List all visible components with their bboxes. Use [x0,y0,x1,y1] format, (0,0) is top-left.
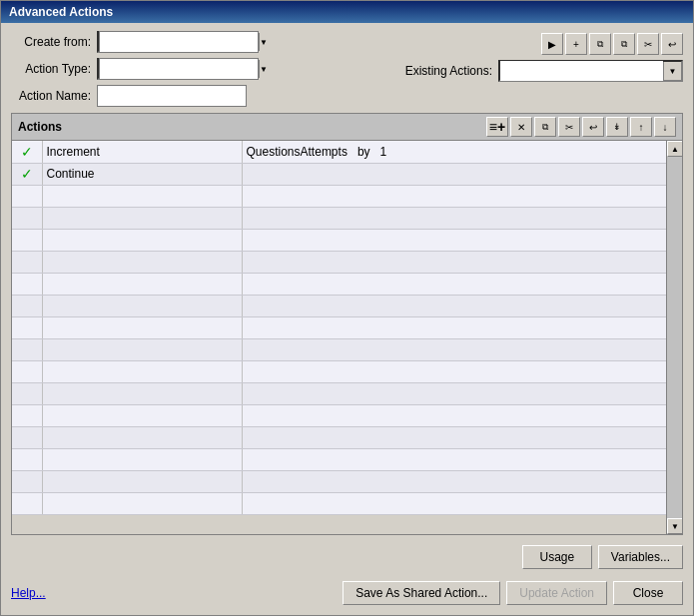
table-row[interactable] [12,382,666,404]
toolbar-add-btn[interactable]: ≡+ [486,117,508,137]
row-check-1: ✓ [12,141,42,163]
action-type-select[interactable]: Standard actions ▼ [97,58,227,80]
action-name-row: Action Name: InCorrectFeedBack [11,85,247,107]
row-action-2: Continue [42,163,242,185]
table-row[interactable] [12,492,666,514]
bottom-buttons-row1: Usage Variables... [11,541,683,571]
action-type-label: Action Type: [11,62,91,76]
row-params-2 [242,163,666,185]
create-from-select[interactable]: Blank ▼ [97,31,227,53]
save-as-shared-button[interactable]: Save As Shared Action... [343,581,500,605]
usage-button[interactable]: Usage [522,545,592,569]
action-name-input[interactable]: InCorrectFeedBack [97,85,247,107]
create-from-input[interactable]: Blank [99,31,259,53]
table-row[interactable] [12,207,666,229]
play-button[interactable]: ▶ [541,33,563,55]
action-name-label: Action Name: [11,89,91,103]
table-row[interactable] [12,360,666,382]
table-row[interactable] [12,470,666,492]
action-type-dropdown-btn[interactable]: ▼ [259,60,268,78]
actions-table-container[interactable]: ✓ Increment QuestionsAttempts by 1 ✓ Con… [12,141,666,534]
row-check-2: ✓ [12,163,42,185]
scrollbar-up[interactable]: ▲ [667,141,682,157]
table-row[interactable]: ✓ Continue [12,163,666,185]
actions-table: ✓ Increment QuestionsAttempts by 1 ✓ Con… [12,141,666,515]
help-link[interactable]: Help... [11,586,46,600]
table-row[interactable] [12,185,666,207]
toolbar-move-down-btn[interactable]: ↡ [606,117,628,137]
update-action-button[interactable]: Update Action [506,581,607,605]
footer-row: Help... Save As Shared Action... Update … [11,577,683,607]
advanced-actions-window: Advanced Actions Create from: Blank ▼ Ac… [0,0,694,616]
table-row[interactable] [12,273,666,295]
actions-header: Actions ≡+ ✕ ⧉ ✂ ↩ ↡ ↑ ↓ [12,114,682,141]
paste-action-button[interactable]: ⧉ [613,33,635,55]
toolbar-duplicate-btn[interactable]: ⧉ [534,117,556,137]
table-row[interactable] [12,251,666,273]
table-row[interactable] [12,295,666,316]
table-row[interactable]: ✓ Increment QuestionsAttempts by 1 [12,141,666,163]
action-type-input[interactable]: Standard actions [99,58,259,80]
actions-title: Actions [18,120,62,134]
table-area: ✓ Increment QuestionsAttempts by 1 ✓ Con… [12,141,682,534]
close-button[interactable]: Close [613,581,683,605]
playback-toolbar: ▶ + ⧉ ⧉ ✂ ↩ [405,33,683,55]
undo-action-button[interactable]: ↩ [661,33,683,55]
existing-actions-dropdown-btn[interactable]: ▼ [663,62,681,80]
existing-actions-row: Existing Actions: InCorrectFeedBack ▼ [405,60,683,82]
existing-actions-input[interactable]: InCorrectFeedBack [500,61,663,81]
table-row[interactable] [12,404,666,426]
add-action-button[interactable]: + [565,33,587,55]
title-bar: Advanced Actions [1,1,693,23]
create-from-row: Create from: Blank ▼ [11,31,247,53]
cut-action-button[interactable]: ✂ [637,33,659,55]
actions-toolbar: ≡+ ✕ ⧉ ✂ ↩ ↡ ↑ ↓ [486,117,676,137]
table-row[interactable] [12,229,666,251]
existing-actions-label: Existing Actions: [405,64,492,78]
create-from-label: Create from: [11,35,91,49]
toolbar-delete-btn[interactable]: ✕ [510,117,532,137]
variables-button[interactable]: Variables... [598,545,683,569]
create-from-dropdown-btn[interactable]: ▼ [259,33,268,51]
actions-section: Actions ≡+ ✕ ⧉ ✂ ↩ ↡ ↑ ↓ [11,113,683,535]
scrollbar-track[interactable] [667,157,682,518]
copy-action-button[interactable]: ⧉ [589,33,611,55]
window-title: Advanced Actions [9,5,113,19]
scrollbar-down[interactable]: ▼ [667,518,682,534]
action-type-row: Action Type: Standard actions ▼ [11,58,247,80]
row-params-1: QuestionsAttempts by 1 [242,141,666,163]
row-action-1: Increment [42,141,242,163]
table-row[interactable] [12,338,666,360]
table-row[interactable] [12,316,666,338]
footer-buttons: Save As Shared Action... Update Action C… [343,581,683,605]
table-row[interactable] [12,448,666,470]
toolbar-cut-btn[interactable]: ✂ [558,117,580,137]
toolbar-move-down-icon[interactable]: ↓ [654,117,676,137]
scrollbar[interactable]: ▲ ▼ [666,141,682,534]
toolbar-move-up-icon[interactable]: ↑ [630,117,652,137]
existing-actions-select[interactable]: InCorrectFeedBack ▼ [498,60,683,82]
table-row[interactable] [12,426,666,448]
toolbar-undo-btn[interactable]: ↩ [582,117,604,137]
